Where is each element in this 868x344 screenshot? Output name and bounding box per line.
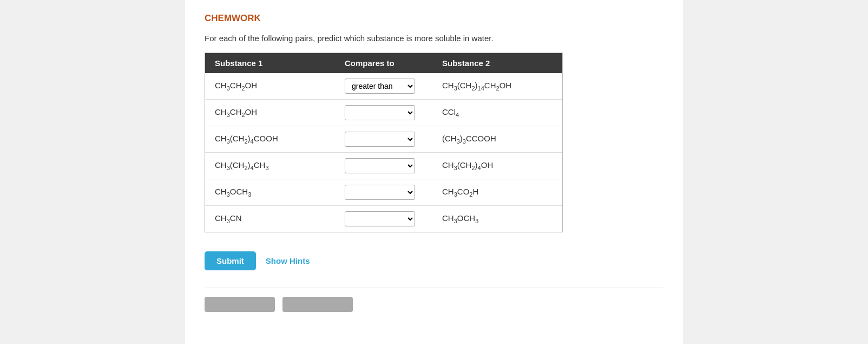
header-substance1: Substance 1 <box>205 53 335 73</box>
substance1-cell-2: CH3(CH2)4COOH <box>205 126 335 153</box>
compare-select-3[interactable]: greater thanless thanequal to <box>345 158 415 173</box>
table-row: CH3CH2OHgreater thanless thanequal toCH3… <box>205 73 562 100</box>
compare-select-0[interactable]: greater thanless thanequal to <box>345 79 415 94</box>
compare-cell-2[interactable]: greater thanless thanequal to <box>335 126 432 153</box>
table-row: CH3OCH3greater thanless thanequal toCH3C… <box>205 179 562 206</box>
bottom-bar <box>205 288 663 312</box>
substance2-cell-1: CCl4 <box>432 100 562 126</box>
comparison-table: Substance 1 Compares to Substance 2 CH3C… <box>205 53 562 232</box>
substance2-cell-3: CH3(CH2)4OH <box>432 153 562 179</box>
compare-select-2[interactable]: greater thanless thanequal to <box>345 132 415 147</box>
show-hints-button[interactable]: Show Hints <box>266 256 310 265</box>
actions-bar: Submit Show Hints <box>205 251 663 270</box>
substance1-cell-0: CH3CH2OH <box>205 73 335 100</box>
table-row: CH3(CH2)4CH3greater thanless thanequal t… <box>205 153 562 179</box>
substance1-cell-4: CH3OCH3 <box>205 179 335 206</box>
brand-title: CHEMWORK <box>205 13 663 24</box>
header-substance2: Substance 2 <box>432 53 562 73</box>
bottom-tab-1 <box>205 297 275 312</box>
question-text: For each of the following pairs, predict… <box>205 34 663 43</box>
substance2-cell-5: CH3OCH3 <box>432 206 562 232</box>
substance1-cell-5: CH3CN <box>205 206 335 232</box>
table-row: CH3CNgreater thanless thanequal toCH3OCH… <box>205 206 562 232</box>
substance2-cell-0: CH3(CH2)14CH2OH <box>432 73 562 100</box>
page-wrapper: CHEMWORK For each of the following pairs… <box>185 0 683 344</box>
bottom-tab-2 <box>282 297 353 312</box>
substance2-cell-2: (CH3)3CCOOH <box>432 126 562 153</box>
submit-button[interactable]: Submit <box>205 251 256 270</box>
table-row: CH3(CH2)4COOHgreater thanless thanequal … <box>205 126 562 153</box>
substance2-cell-4: CH3CO2H <box>432 179 562 206</box>
header-compares-to: Compares to <box>335 53 432 73</box>
compare-cell-1[interactable]: greater thanless thanequal to <box>335 100 432 126</box>
compare-cell-5[interactable]: greater thanless thanequal to <box>335 206 432 232</box>
comparison-table-container: Substance 1 Compares to Substance 2 CH3C… <box>205 53 563 232</box>
compare-select-1[interactable]: greater thanless thanequal to <box>345 105 415 120</box>
substance1-cell-1: CH3CH2OH <box>205 100 335 126</box>
substance1-cell-3: CH3(CH2)4CH3 <box>205 153 335 179</box>
compare-cell-3[interactable]: greater thanless thanequal to <box>335 153 432 179</box>
compare-cell-4[interactable]: greater thanless thanequal to <box>335 179 432 206</box>
compare-cell-0[interactable]: greater thanless thanequal to <box>335 73 432 100</box>
compare-select-4[interactable]: greater thanless thanequal to <box>345 185 415 200</box>
table-row: CH3CH2OHgreater thanless thanequal toCCl… <box>205 100 562 126</box>
compare-select-5[interactable]: greater thanless thanequal to <box>345 211 415 226</box>
